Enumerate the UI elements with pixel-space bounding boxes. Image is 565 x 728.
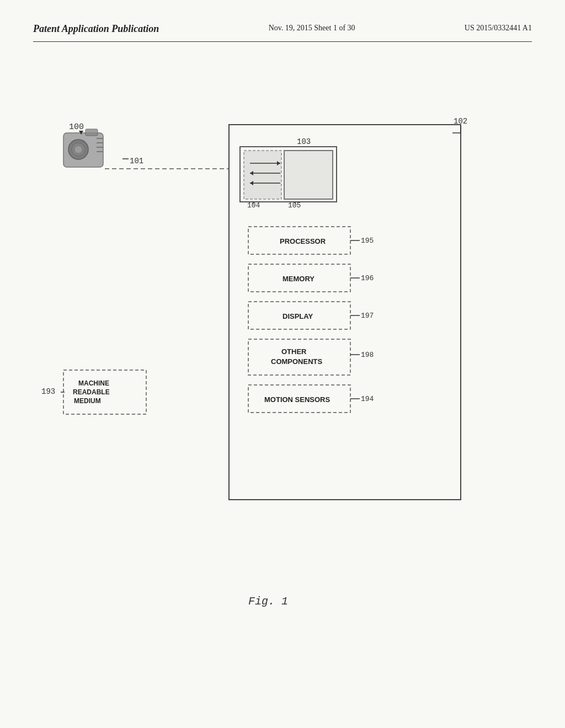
camera-object-icon — [63, 129, 103, 167]
publication-title: Patent Application Publication — [33, 22, 159, 36]
label-102-text: 102 — [454, 117, 467, 126]
page: Patent Application Publication Nov. 19, … — [0, 0, 565, 728]
ref-197-text: 197 — [361, 312, 374, 320]
sensor-module-box — [240, 147, 337, 202]
inner-box-104 — [244, 151, 281, 199]
ref-196-text: 196 — [361, 274, 374, 282]
mrm-label-2: READABLE — [73, 388, 110, 396]
memory-label: MEMORY — [282, 275, 315, 283]
display-box — [248, 302, 350, 329]
memory-box — [248, 264, 350, 292]
label-104-text: 104 — [247, 201, 260, 210]
page-header: Patent Application Publication Nov. 19, … — [33, 22, 532, 42]
svg-rect-4 — [86, 129, 98, 136]
other-label-2: COMPONENTS — [271, 357, 323, 366]
display-label: DISPLAY — [282, 312, 313, 320]
svg-marker-17 — [250, 171, 253, 175]
processor-box — [248, 227, 350, 254]
svg-point-2 — [72, 143, 85, 156]
mrm-box — [63, 370, 146, 414]
svg-marker-15 — [277, 161, 280, 165]
label-193-text: 193 — [41, 387, 55, 396]
label-100-text: 100 — [69, 122, 84, 132]
ref-195-text: 195 — [361, 237, 374, 245]
other-label-1: OTHER — [281, 347, 307, 356]
label-101-text: 101 — [130, 157, 143, 165]
svg-point-3 — [74, 146, 82, 153]
label-105-text: 105 — [288, 201, 301, 210]
ref-198-text: 198 — [361, 351, 374, 359]
svg-point-1 — [68, 140, 88, 159]
label-103-text: 103 — [297, 137, 311, 146]
processor-label: PROCESSOR — [280, 237, 326, 245]
svg-rect-0 — [63, 133, 103, 167]
svg-marker-10 — [79, 131, 83, 135]
publication-date-sheet: Nov. 19, 2015 Sheet 1 of 30 — [269, 22, 355, 34]
diagram-area: 100 101 102 103 — [33, 53, 532, 660]
other-components-box — [248, 339, 350, 375]
fig-caption: Fig. 1 — [248, 595, 288, 608]
motion-sensors-box — [248, 385, 350, 413]
device-box-102 — [229, 125, 461, 500]
motion-sensors-label: MOTION SENSORS — [264, 395, 331, 404]
inner-box-105 — [284, 151, 333, 199]
svg-marker-19 — [250, 181, 253, 185]
mrm-label-1: MACHINE — [78, 379, 109, 387]
ref-194-text: 194 — [361, 395, 374, 403]
mrm-label-3: MEDIUM — [74, 397, 101, 405]
diagram-svg: 100 101 102 103 — [33, 53, 532, 660]
publication-number: US 2015/0332441 A1 — [465, 22, 532, 34]
